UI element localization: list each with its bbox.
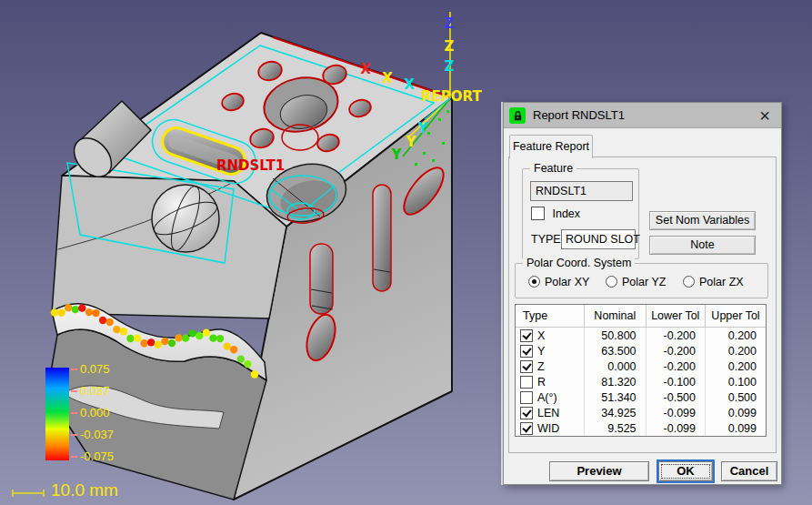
note-button[interactable]: Note	[649, 236, 756, 255]
row-checkbox-Y[interactable]	[520, 345, 533, 358]
row-checkbox-A(°)[interactable]	[520, 391, 533, 404]
row-nominal-value: 63.500	[585, 343, 646, 359]
tab-feature-report[interactable]: Feature Report	[509, 135, 593, 158]
radio-polar-zx[interactable]: Polar ZX	[683, 275, 744, 288]
row-checkbox-X[interactable]	[520, 329, 533, 342]
scan-point	[189, 329, 196, 337]
scan-point	[147, 338, 155, 346]
scan-point	[230, 346, 237, 353]
row-lower-value: -0.100	[646, 374, 705, 389]
row-checkbox-R[interactable]	[520, 376, 533, 389]
row-checkbox-Z[interactable]	[520, 360, 533, 373]
row-nominal-value: 9.525	[585, 420, 646, 436]
row-nominal-value: 34.925	[585, 405, 646, 420]
scale-tick-right	[43, 490, 45, 497]
scan-point	[182, 334, 189, 341]
polar-coord-groupbox: Polar Coord. System Polar XYPolar YZPola…	[515, 263, 768, 298]
scan-point	[155, 341, 162, 348]
axis-label-y: Y	[406, 134, 417, 150]
legend-value: 0.075	[80, 362, 135, 376]
header-type: Type	[516, 305, 585, 328]
radio-polar-yz[interactable]: Polar YZ	[606, 275, 666, 288]
radio-label: Polar ZX	[699, 276, 744, 288]
feature-callout-label: RNDSLT1	[216, 157, 285, 174]
legend-tick	[71, 456, 77, 458]
scan-point	[224, 342, 231, 349]
scan-point	[237, 355, 245, 362]
scan-point	[161, 338, 168, 345]
set-nom-variables-button[interactable]: Set Nom Variables	[649, 211, 756, 230]
row-lower-value: -0.200	[646, 359, 705, 374]
row-checkbox-LEN[interactable]	[520, 407, 533, 419]
row-upper-value: 0.200	[706, 328, 767, 344]
index-checkbox-row: Index	[531, 207, 580, 219]
radio-label: Polar YZ	[622, 276, 666, 288]
row-lower-value: -0.200	[646, 343, 705, 359]
dialog-title: Report RNDSLT1	[533, 103, 625, 128]
axis-label-z: Z	[445, 38, 455, 55]
feature-name-field[interactable]: RNDSLT1	[530, 181, 633, 201]
tolerance-table: Type Nominal Lower Tol Upper Tol X50.800…	[515, 304, 767, 437]
cancel-button[interactable]: Cancel	[721, 461, 777, 481]
row-upper-value: 0.200	[706, 359, 767, 374]
header-upper-tol: Upper Tol	[706, 305, 767, 328]
scan-point	[195, 332, 203, 339]
scan-point	[65, 304, 72, 311]
row-type-label: WID	[537, 422, 559, 435]
axis-label-y: Y	[391, 146, 403, 163]
axis-label-z: Z	[445, 58, 455, 75]
axis-label-x: X	[404, 76, 415, 93]
legend-value: 0.000	[80, 406, 135, 419]
row-checkbox-WID[interactable]	[520, 422, 533, 435]
axis-label-z: Z	[445, 15, 455, 32]
ok-button[interactable]: OK	[658, 461, 713, 481]
radio-polar-xy[interactable]: Polar XY	[528, 275, 589, 288]
legend-tick	[71, 369, 77, 370]
table-row: R81.320-0.1000.100	[516, 374, 766, 389]
report-label: REPORT	[421, 88, 482, 105]
row-type-label: Z	[537, 360, 545, 373]
row-nominal-value: 81.320	[585, 374, 646, 389]
row-type-label: A(°)	[537, 391, 557, 404]
index-checkbox[interactable]	[531, 207, 545, 220]
close-icon[interactable]: ×	[754, 105, 776, 126]
type-value-field: ROUND SLOT	[561, 229, 636, 249]
table-header-row: Type Nominal Lower Tol Upper Tol	[516, 305, 766, 328]
row-type-label: Y	[537, 345, 545, 358]
feature-group-legend: Feature	[530, 162, 576, 175]
row-upper-value: 0.100	[706, 374, 767, 389]
row-upper-value: 0.500	[706, 389, 767, 405]
dialog-titlebar[interactable]: Report RNDSLT1 ×	[504, 103, 781, 128]
scale-line	[12, 492, 45, 494]
axis-label-x: X	[382, 70, 393, 86]
row-lower-value: -0.099	[646, 405, 705, 420]
feature-groupbox: Feature RNDSLT1 Index TYPE ROUND SLOT	[522, 168, 639, 259]
scan-point	[203, 328, 210, 336]
scan-point	[113, 326, 120, 333]
scan-point	[140, 339, 147, 347]
polar-group-legend: Polar Coord. System	[523, 257, 635, 269]
legend-tick	[71, 434, 77, 436]
report-dialog: Report RNDSLT1 × Feature Report Feature …	[503, 102, 782, 485]
scan-point	[120, 328, 127, 335]
scan-point	[99, 317, 106, 324]
legend-value: 0.037	[80, 384, 135, 398]
scan-point	[244, 360, 251, 368]
header-lower-tol: Lower Tol	[646, 305, 705, 328]
preview-button[interactable]: Preview	[549, 461, 649, 481]
header-nominal: Nominal	[585, 305, 646, 328]
type-label: TYPE	[531, 233, 561, 246]
row-nominal-value: 50.800	[585, 328, 646, 344]
scan-point	[57, 309, 65, 317]
index-label: Index	[552, 207, 580, 220]
scan-point	[78, 304, 85, 311]
row-type-label: R	[537, 376, 546, 389]
scan-point	[209, 334, 216, 341]
lock-icon	[509, 107, 526, 124]
legend-value: -0.037	[80, 428, 135, 441]
legend-tick	[71, 412, 77, 414]
table-row: X50.800-0.2000.200	[516, 328, 766, 344]
application-window: ZZZXXXYYY REPORT RNDSLT1 0.0750.0370.000…	[0, 0, 812, 505]
scan-point	[126, 335, 134, 342]
scan-point	[251, 370, 258, 378]
